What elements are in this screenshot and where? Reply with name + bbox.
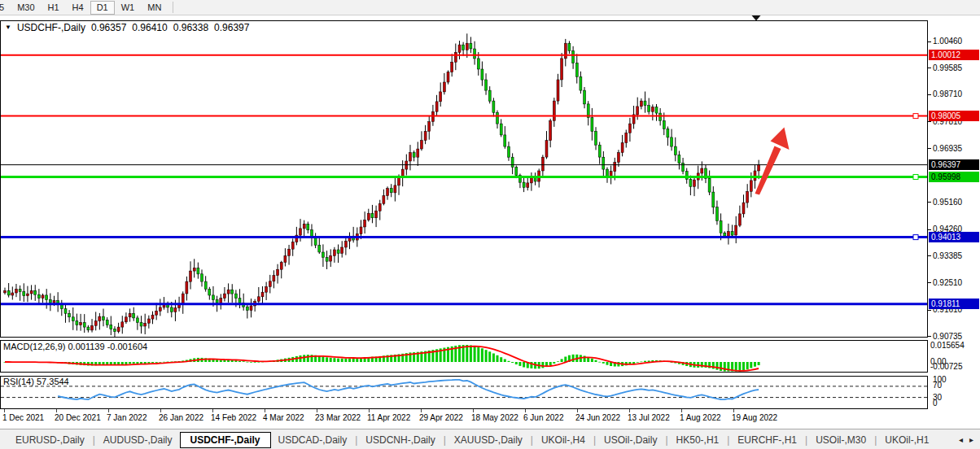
axis-tick-label: 0.96935 bbox=[933, 144, 962, 153]
rsi-axis-label: 0 bbox=[933, 399, 938, 408]
date-tick-mark bbox=[265, 409, 265, 412]
date-label: 1 Aug 2022 bbox=[680, 413, 721, 422]
chart-tab-usoil-daily[interactable]: USOil-,Daily bbox=[597, 432, 664, 448]
timeframe-button-5[interactable]: 5 bbox=[0, 1, 11, 15]
date-tick-mark bbox=[473, 409, 474, 412]
date-label: 18 May 2022 bbox=[471, 413, 518, 422]
axis-tick-mark bbox=[928, 41, 931, 42]
chart-tab-usdcnh-daily[interactable]: USDCNH-,Daily bbox=[358, 432, 442, 448]
axis-tick-mark bbox=[928, 282, 931, 283]
date-tick-mark bbox=[4, 409, 5, 412]
macd-name: MACD(12,26,9) bbox=[3, 342, 65, 351]
date-label: 4 Mar 2022 bbox=[263, 413, 304, 422]
main-chart-pane[interactable] bbox=[0, 20, 928, 338]
date-tick-mark bbox=[212, 409, 213, 412]
axis-tick-mark bbox=[928, 229, 931, 230]
date-tick-mark bbox=[56, 409, 57, 412]
timeframe-button-h4[interactable]: H4 bbox=[66, 1, 90, 15]
date-label: 23 Mar 2022 bbox=[315, 413, 361, 422]
date-label: 7 Jan 2022 bbox=[107, 413, 147, 422]
timeframe-toolbar: 5M30H1H4D1W1MN bbox=[0, 0, 980, 15]
macd-signal-value: -0.001604 bbox=[107, 342, 148, 351]
axis-tick-label: 0.99585 bbox=[933, 63, 962, 72]
symbol-dropdown-icon[interactable]: ▼ bbox=[5, 24, 11, 32]
ohlc-open: 0.96357 bbox=[91, 22, 126, 33]
macd-axis-label: -0.00725 bbox=[930, 362, 962, 371]
chart-tab-usdcad-daily[interactable]: USDCAD-,Daily bbox=[271, 432, 355, 448]
chart-tab-usdchf-daily[interactable]: USDCHF-,Daily bbox=[180, 432, 271, 448]
macd-main-value: 0.001139 bbox=[68, 342, 104, 351]
date-label: 20 Dec 2021 bbox=[55, 413, 101, 422]
axis-tick-label: 0.90735 bbox=[933, 332, 962, 341]
rsi-pane[interactable] bbox=[0, 376, 928, 409]
chart-tab-usoil-m30[interactable]: USOil-,M30 bbox=[808, 432, 873, 448]
ohlc-high: 0.96410 bbox=[132, 22, 167, 33]
axis-tick-label: 0.98710 bbox=[933, 89, 962, 98]
axis-tick-mark bbox=[928, 121, 931, 122]
date-label: 24 Jun 2022 bbox=[575, 413, 620, 422]
timeframe-button-d1[interactable]: D1 bbox=[90, 1, 115, 15]
date-tick-mark bbox=[317, 409, 317, 412]
date-tick-mark bbox=[108, 409, 109, 412]
date-tick-mark bbox=[421, 409, 422, 412]
rsi-indicator-label: RSI(14) 57.3544 bbox=[3, 377, 69, 386]
macd-indicator-label: MACD(12,26,9) 0.001139 -0.001604 bbox=[3, 342, 147, 351]
axis-tick-label: 0.95160 bbox=[933, 198, 962, 207]
chart-tab-ukoil-h4[interactable]: UKOil-,H4 bbox=[534, 432, 593, 448]
price-level-badge: 0.91811 bbox=[929, 299, 979, 309]
date-label: 19 Aug 2022 bbox=[732, 413, 777, 422]
price-level-badge: 0.94013 bbox=[929, 232, 979, 242]
tab-scroll-right[interactable]: ▸ bbox=[969, 435, 973, 444]
date-tick-mark bbox=[681, 409, 682, 412]
date-label: 11 Apr 2022 bbox=[367, 413, 410, 422]
chart-title: ▼ USDCHF-,Daily 0.96357 0.96410 0.96338 … bbox=[5, 22, 249, 33]
chart-tab-ukoil-h1[interactable]: UKOil-,H1 bbox=[877, 432, 936, 448]
axis-tick-label: 0.93385 bbox=[933, 251, 962, 260]
tab-scroll-left[interactable]: ◂ bbox=[959, 435, 963, 444]
chart-tab-bar: EURUSD-,Daily|AUDUSD-,DailyUSDCHF-,Daily… bbox=[0, 429, 980, 449]
date-label: 1 Dec 2021 bbox=[2, 413, 44, 422]
price-level-badge: 0.98005 bbox=[929, 111, 979, 121]
date-tick-mark bbox=[525, 409, 526, 412]
chart-tab-hk50-h1[interactable]: HK50-,H1 bbox=[669, 432, 727, 448]
axis-tick-mark bbox=[928, 202, 931, 203]
timeframe-button-w1[interactable]: W1 bbox=[115, 1, 142, 15]
axis-tick-mark bbox=[928, 68, 931, 68]
chart-symbol-label: USDCHF-,Daily bbox=[17, 22, 85, 33]
axis-tick-label: 1.00460 bbox=[933, 37, 962, 46]
date-label: 6 Jun 2022 bbox=[523, 413, 564, 422]
timeframe-button-m30[interactable]: M30 bbox=[11, 1, 41, 15]
axis-tick-mark bbox=[928, 94, 931, 95]
date-tick-mark bbox=[733, 409, 734, 412]
ohlc-low: 0.96338 bbox=[173, 22, 208, 33]
timeframe-button-h1[interactable]: H1 bbox=[42, 1, 66, 15]
macd-axis-label: 0.015654 bbox=[930, 341, 965, 350]
toolbar-separator bbox=[173, 2, 173, 13]
date-label: 29 Apr 2022 bbox=[419, 413, 463, 422]
date-tick-mark bbox=[160, 409, 161, 412]
axis-tick-mark bbox=[928, 336, 931, 337]
axis-tick-label: 0.92510 bbox=[933, 278, 962, 287]
date-tick-mark bbox=[369, 409, 370, 412]
ohlc-close: 0.96397 bbox=[214, 22, 249, 33]
date-tick-mark bbox=[629, 409, 630, 412]
axis-tick-mark bbox=[928, 310, 931, 311]
date-label: 13 Jul 2022 bbox=[628, 413, 670, 422]
chart-tab-audusd-daily[interactable]: AUDUSD-,Daily bbox=[96, 432, 180, 448]
price-level-badge: 0.96397 bbox=[929, 159, 979, 170]
timeframe-button-mn[interactable]: MN bbox=[141, 1, 168, 15]
rsi-axis-label: 70 bbox=[933, 381, 942, 390]
axis-tick-mark bbox=[928, 255, 931, 256]
date-label: 26 Jan 2022 bbox=[159, 413, 203, 422]
axis-tick-mark bbox=[928, 148, 931, 149]
price-level-badge: 0.95998 bbox=[929, 172, 979, 182]
chart-tab-xauusd-daily[interactable]: XAUUSD-,Daily bbox=[447, 432, 530, 448]
chart-tab-eurusd-daily[interactable]: EURUSD-,Daily bbox=[8, 432, 92, 448]
date-label: 14 Feb 2022 bbox=[211, 413, 256, 422]
mt4-chart-window: 5M30H1H4D1W1MN ▼ USDCHF-,Daily 0.96357 0… bbox=[0, 0, 980, 449]
date-tick-mark bbox=[577, 409, 578, 412]
rsi-value: 57.3544 bbox=[37, 377, 69, 386]
chart-tab-eurchf-h1[interactable]: EURCHF-,H1 bbox=[730, 432, 804, 448]
price-level-badge: 1.00012 bbox=[929, 50, 979, 60]
rsi-name: RSI(14) bbox=[3, 377, 34, 386]
